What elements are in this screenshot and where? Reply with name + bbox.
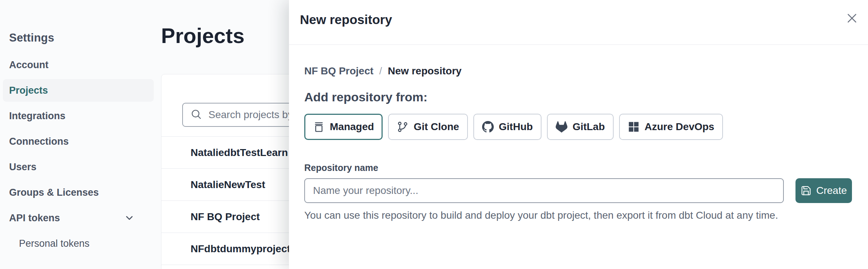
repository-name-input[interactable]: [304, 178, 784, 203]
source-label: Managed: [330, 121, 374, 133]
chevron-down-icon: [124, 213, 135, 223]
azure-devops-icon: [628, 121, 640, 133]
breadcrumb-current: New repository: [388, 65, 461, 77]
breadcrumb-separator: /: [379, 66, 382, 77]
managed-repo-icon: [313, 121, 325, 133]
sidebar-item-label: Personal tokens: [19, 238, 90, 249]
settings-sidebar: Settings Account Projects Integrations C…: [0, 0, 157, 44]
breadcrumb: NF BQ Project / New repository: [304, 65, 852, 77]
project-name: NF BQ Project: [191, 211, 260, 223]
project-name: NatalieNewTest: [191, 179, 265, 191]
create-button[interactable]: Create: [795, 178, 852, 203]
sidebar-item-label: Groups & Licenses: [9, 187, 99, 198]
settings-nav: Account Projects Integrations Connection…: [3, 54, 154, 258]
sidebar-item-integrations[interactable]: Integrations: [3, 105, 154, 127]
create-button-label: Create: [816, 185, 847, 196]
project-name: NFdbtdummyproject: [191, 243, 290, 255]
sidebar-item-groups-licenses[interactable]: Groups & Licenses: [3, 181, 154, 204]
sidebar-item-users[interactable]: Users: [3, 156, 154, 178]
source-label: Azure DevOps: [645, 121, 714, 133]
source-gitlab-button[interactable]: GitLab: [547, 114, 614, 140]
close-icon[interactable]: [845, 11, 859, 26]
modal-title: New repository: [300, 12, 392, 27]
save-icon: [801, 185, 812, 196]
git-branch-icon: [397, 121, 408, 133]
repository-name-label: Repository name: [304, 163, 852, 173]
repo-source-options: Managed Git Clone GitHub GitLab: [304, 114, 852, 140]
breadcrumb-parent[interactable]: NF BQ Project: [304, 65, 374, 77]
new-repository-modal: New repository NF BQ Project / New repos…: [289, 0, 868, 269]
modal-body: NF BQ Project / New repository Add repos…: [289, 45, 868, 221]
sidebar-title: Settings: [9, 31, 157, 44]
page-title: Projects: [161, 23, 245, 48]
sidebar-item-label: Account: [9, 59, 48, 71]
sidebar-item-api-tokens[interactable]: API tokens: [3, 207, 154, 229]
modal-header: New repository: [289, 0, 868, 45]
source-label: Git Clone: [414, 121, 459, 133]
source-git-clone-button[interactable]: Git Clone: [388, 114, 468, 140]
sidebar-item-projects[interactable]: Projects: [3, 79, 154, 102]
gitlab-icon: [556, 121, 567, 133]
source-label: GitHub: [499, 121, 533, 133]
sidebar-item-label: Projects: [9, 85, 48, 96]
source-managed-button[interactable]: Managed: [304, 114, 383, 140]
section-heading: Add repository from:: [304, 90, 852, 104]
source-azure-devops-button[interactable]: Azure DevOps: [619, 114, 723, 140]
sidebar-item-label: Users: [9, 161, 36, 173]
github-icon: [482, 121, 494, 133]
sidebar-item-connections[interactable]: Connections: [3, 130, 154, 153]
sidebar-item-account[interactable]: Account: [3, 54, 154, 76]
search-icon: [190, 108, 202, 121]
repository-name-row: Create: [304, 178, 852, 203]
project-name: NataliedbtTestLearn T: [191, 147, 297, 159]
source-github-button[interactable]: GitHub: [473, 114, 541, 140]
source-label: GitLab: [572, 121, 605, 133]
sidebar-item-label: Integrations: [9, 110, 66, 122]
sidebar-item-personal-tokens[interactable]: Personal tokens: [3, 232, 154, 255]
sidebar-item-label: Connections: [9, 136, 69, 147]
repository-helper-text: You can use this repository to build and…: [304, 210, 852, 221]
sidebar-item-label: API tokens: [9, 213, 60, 224]
